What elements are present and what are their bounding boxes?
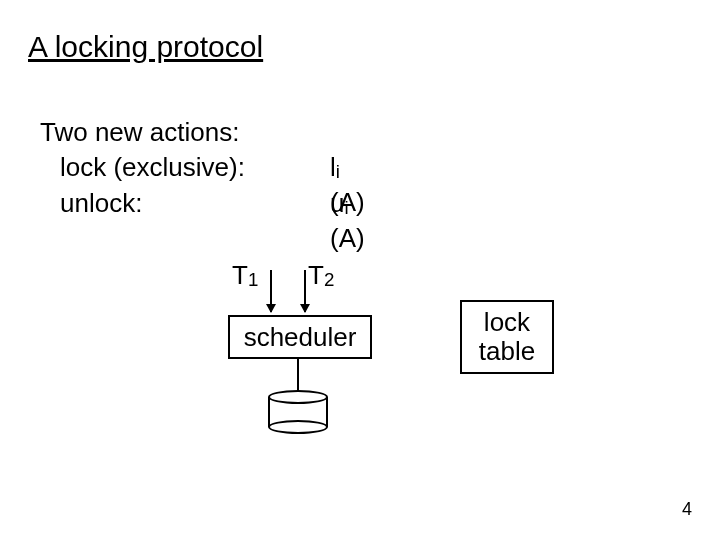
arrow-t2 — [304, 270, 306, 312]
lock-table-box: lock table — [460, 300, 554, 374]
t2-label: T2 — [308, 260, 334, 291]
diagram: T1 T2 scheduler lock table — [200, 260, 560, 460]
intro-line: Two new actions: — [40, 115, 245, 150]
row1-sub: i — [336, 161, 340, 182]
lock-table-line2: table — [479, 337, 535, 366]
t2-prefix: T — [308, 260, 324, 290]
row1-label: lock (exclusive): — [60, 152, 245, 182]
row2-label: unlock: — [60, 188, 142, 218]
row2-arg: (A) — [330, 223, 365, 253]
arrow-t1 — [270, 270, 272, 312]
t1-prefix: T — [232, 260, 248, 290]
row2-sub: i — [344, 197, 348, 218]
slide-title: A locking protocol — [28, 30, 263, 64]
t1-sub: 1 — [248, 269, 258, 290]
row2-prefix: u — [330, 188, 344, 218]
database-icon — [268, 390, 328, 432]
lock-table-line1: lock — [479, 308, 535, 337]
body-text: Two new actions: lock (exclusive): li (A… — [40, 115, 245, 222]
t2-sub: 2 — [324, 269, 334, 290]
scheduler-label: scheduler — [244, 323, 357, 352]
scheduler-box: scheduler — [228, 315, 372, 359]
line-to-db — [297, 357, 299, 390]
row2-symbol: ui (A) — [330, 186, 365, 256]
row1-prefix: l — [330, 152, 336, 182]
page-number: 4 — [682, 499, 692, 520]
t1-label: T1 — [232, 260, 258, 291]
